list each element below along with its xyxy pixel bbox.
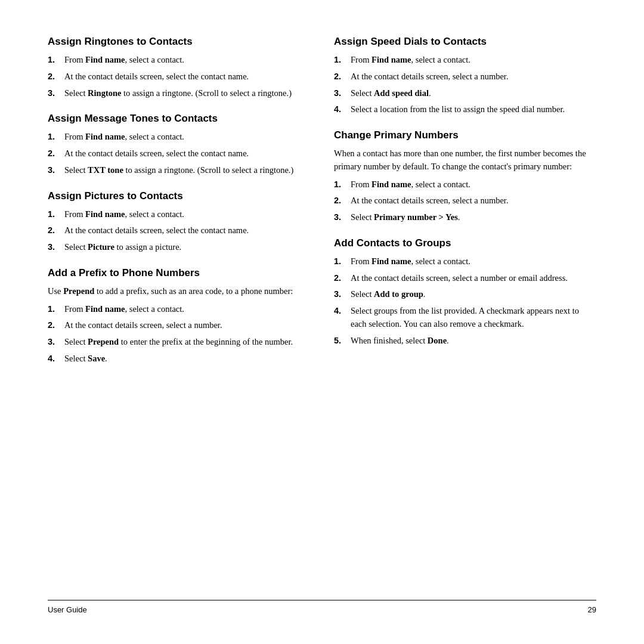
section-title-groups: Add Contacts to Groups — [334, 237, 596, 249]
list-prefix: From Find name, select a contact. At the… — [48, 303, 310, 366]
list-item-content: Select a location from the list to assig… — [351, 103, 596, 116]
list-message-tones: From Find name, select a contact. At the… — [48, 131, 310, 177]
list-item: At the contact details screen, select a … — [334, 272, 596, 285]
section-assign-speed-dials: Assign Speed Dials to Contacts From Find… — [334, 36, 596, 116]
section-title-message-tones: Assign Message Tones to Contacts — [48, 113, 310, 125]
list-item-content: Select Add to group. — [351, 288, 596, 301]
left-column: Assign Ringtones to Contacts From Find n… — [48, 36, 310, 594]
list-item: From Find name, select a contact. — [334, 54, 596, 67]
list-item-content: At the contact details screen, select a … — [351, 70, 596, 83]
list-item-content: At the contact details screen, select a … — [64, 319, 310, 332]
section-assign-pictures: Assign Pictures to Contacts From Find na… — [48, 190, 310, 254]
list-item: When finished, select Done. — [334, 335, 596, 348]
list-item: Select Ringtone to assign a ringtone. (S… — [48, 87, 310, 100]
section-title-speed-dials: Assign Speed Dials to Contacts — [334, 36, 596, 48]
content-area: Assign Ringtones to Contacts From Find n… — [48, 36, 596, 594]
section-title-pictures: Assign Pictures to Contacts — [48, 190, 310, 202]
list-item-content: From Find name, select a contact. — [351, 255, 596, 268]
list-item: At the contact details screen, select th… — [48, 70, 310, 83]
list-item: Select Picture to assign a picture. — [48, 241, 310, 254]
list-item-content: At the contact details screen, select th… — [64, 147, 310, 160]
list-item: From Find name, select a contact. — [48, 208, 310, 221]
list-item: At the contact details screen, select th… — [48, 224, 310, 237]
section-title-prefix: Add a Prefix to Phone Numbers — [48, 267, 310, 279]
list-item: From Find name, select a contact. — [48, 131, 310, 144]
list-item-content: When finished, select Done. — [351, 335, 596, 348]
list-item: Select TXT tone to assign a ringtone. (S… — [48, 164, 310, 177]
list-item: From Find name, select a contact. — [334, 178, 596, 191]
list-item-content: From Find name, select a contact. — [351, 178, 596, 191]
section-assign-message-tones: Assign Message Tones to Contacts From Fi… — [48, 113, 310, 177]
list-item-content: Select Ringtone to assign a ringtone. (S… — [64, 87, 310, 100]
list-item: Select groups from the list provided. A … — [334, 305, 596, 331]
list-item: From Find name, select a contact. — [48, 54, 310, 67]
section-add-prefix: Add a Prefix to Phone Numbers Use Prepen… — [48, 267, 310, 366]
list-item-content: Select Add speed dial. — [351, 87, 596, 100]
footer-right: 29 — [588, 605, 596, 614]
list-item: Select Add speed dial. — [334, 87, 596, 100]
list-item-content: Select Prepend to enter the prefix at th… — [64, 336, 310, 349]
list-item: Select Add to group. — [334, 288, 596, 301]
list-item-content: At the contact details screen, select th… — [64, 70, 310, 83]
list-item: From Find name, select a contact. — [48, 303, 310, 316]
list-item-content: From Find name, select a contact. — [351, 54, 596, 67]
list-ringtones: From Find name, select a contact. At the… — [48, 54, 310, 100]
right-column: Assign Speed Dials to Contacts From Find… — [334, 36, 596, 594]
list-item: At the contact details screen, select a … — [48, 319, 310, 332]
list-item-content: At the contact details screen, select th… — [64, 224, 310, 237]
list-item: Select Prepend to enter the prefix at th… — [48, 336, 310, 349]
list-item: Select Save. — [48, 352, 310, 366]
list-item-content: From Find name, select a contact. — [64, 131, 310, 144]
list-speed-dials: From Find name, select a contact. At the… — [334, 54, 596, 116]
section-title-primary: Change Primary Numbers — [334, 129, 596, 141]
list-item-content: From Find name, select a contact. — [64, 303, 310, 316]
list-item-content: Select Primary number > Yes. — [351, 211, 596, 224]
prefix-intro: Use Prepend to add a prefix, such as an … — [48, 285, 310, 298]
section-assign-ringtones: Assign Ringtones to Contacts From Find n… — [48, 36, 310, 100]
list-item-content: Select groups from the list provided. A … — [351, 305, 596, 331]
section-add-to-groups: Add Contacts to Groups From Find name, s… — [334, 237, 596, 348]
list-pictures: From Find name, select a contact. At the… — [48, 208, 310, 254]
list-item: From Find name, select a contact. — [334, 255, 596, 268]
list-item-content: From Find name, select a contact. — [64, 54, 310, 67]
section-change-primary: Change Primary Numbers When a contact ha… — [334, 129, 596, 224]
list-groups: From Find name, select a contact. At the… — [334, 255, 596, 348]
list-item: At the contact details screen, select a … — [334, 194, 596, 208]
list-item-content: From Find name, select a contact. — [64, 208, 310, 221]
list-item: Select Primary number > Yes. — [334, 211, 596, 224]
list-item: At the contact details screen, select a … — [334, 70, 596, 83]
list-item: Select a location from the list to assig… — [334, 103, 596, 116]
list-item-content: At the contact details screen, select a … — [351, 272, 596, 285]
list-primary: From Find name, select a contact. At the… — [334, 178, 596, 224]
list-item-content: Select TXT tone to assign a ringtone. (S… — [64, 164, 310, 177]
list-item: At the contact details screen, select th… — [48, 147, 310, 160]
page-footer: User Guide 29 — [48, 600, 596, 614]
section-title-ringtones: Assign Ringtones to Contacts — [48, 36, 310, 48]
list-item-content: Select Picture to assign a picture. — [64, 241, 310, 254]
footer-left: User Guide — [48, 605, 87, 614]
page: Assign Ringtones to Contacts From Find n… — [0, 0, 644, 644]
list-item-content: At the contact details screen, select a … — [351, 194, 596, 208]
primary-intro: When a contact has more than one number,… — [334, 147, 596, 174]
list-item-content: Select Save. — [64, 352, 310, 366]
